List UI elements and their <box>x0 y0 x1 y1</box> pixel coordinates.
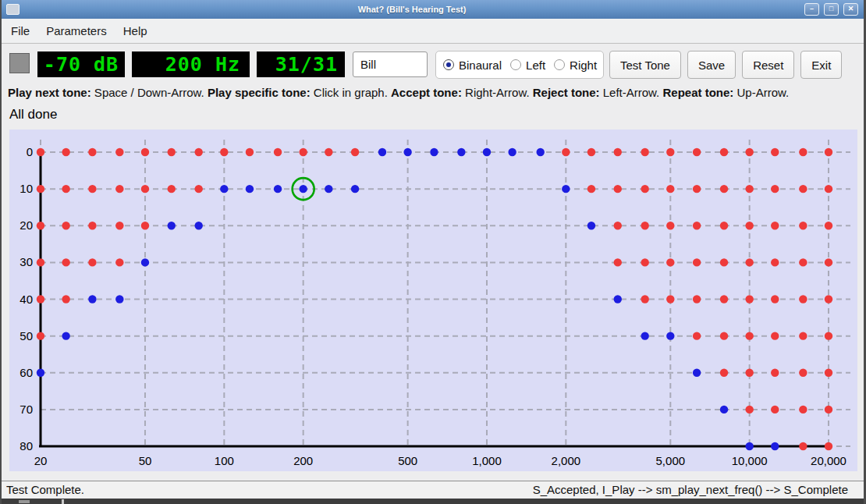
tone-dot-rejected[interactable] <box>745 185 753 193</box>
tone-dot-rejected[interactable] <box>62 258 69 266</box>
tone-dot-rejected[interactable] <box>799 332 807 339</box>
tone-dot-rejected[interactable] <box>771 148 779 156</box>
tone-dot-rejected[interactable] <box>799 258 807 266</box>
reset-button[interactable]: Reset <box>742 51 794 79</box>
tone-dot-accepted[interactable] <box>37 369 44 377</box>
tone-dot-rejected[interactable] <box>37 332 44 339</box>
menu-item-help[interactable]: Help <box>123 24 147 37</box>
exit-button[interactable]: Exit <box>800 51 842 79</box>
tone-dot-rejected[interactable] <box>720 258 728 266</box>
radio-circle-left[interactable] <box>510 59 521 70</box>
tone-dot-accepted[interactable] <box>430 148 438 156</box>
tone-dot-rejected[interactable] <box>799 295 807 303</box>
tone-dot-rejected[interactable] <box>666 185 674 193</box>
tone-dot-rejected[interactable] <box>771 295 779 303</box>
test-tone-button[interactable]: Test Tone <box>609 51 681 79</box>
tone-dot-accepted[interactable] <box>403 148 411 156</box>
tone-dot-rejected[interactable] <box>825 332 832 339</box>
tone-dot-rejected[interactable] <box>825 369 832 377</box>
tone-dot-rejected[interactable] <box>246 148 254 156</box>
tone-dot-accepted[interactable] <box>115 295 123 303</box>
tone-dot-rejected[interactable] <box>562 148 570 156</box>
tone-dot-rejected[interactable] <box>666 222 674 229</box>
tone-dot-rejected[interactable] <box>88 148 96 156</box>
tone-dot-rejected[interactable] <box>825 185 832 193</box>
tone-dot-rejected[interactable] <box>799 442 807 450</box>
tone-dot-accepted[interactable] <box>168 222 176 229</box>
tone-dot-rejected[interactable] <box>693 185 701 193</box>
tone-dot-rejected[interactable] <box>587 185 595 193</box>
tone-dot-accepted[interactable] <box>720 406 728 413</box>
tone-dot-rejected[interactable] <box>88 222 96 229</box>
tone-dot-accepted[interactable] <box>693 369 701 377</box>
tone-dot-accepted[interactable] <box>62 332 69 339</box>
audiogram-chart[interactable]: 0102030405060708020501002005001,0002,000… <box>9 130 857 471</box>
tone-dot-rejected[interactable] <box>587 148 595 156</box>
menu-item-parameters[interactable]: Parameters <box>46 24 107 37</box>
tone-dot-rejected[interactable] <box>88 258 96 266</box>
tone-dot-accepted[interactable] <box>537 148 545 156</box>
tone-dot-accepted[interactable] <box>141 258 149 266</box>
title-bar[interactable]: What? (Bill's Hearing Test) –□✕ <box>2 0 864 20</box>
tone-dot-rejected[interactable] <box>194 185 202 193</box>
tone-dot-rejected[interactable] <box>720 185 728 193</box>
save-button[interactable]: Save <box>687 51 736 79</box>
tone-dot-rejected[interactable] <box>351 148 359 156</box>
tone-dot-rejected[interactable] <box>693 222 701 229</box>
tone-dot-rejected[interactable] <box>666 148 674 156</box>
tone-dot-rejected[interactable] <box>771 222 779 229</box>
tone-dot-rejected[interactable] <box>693 148 701 156</box>
minimize-button[interactable]: – <box>804 3 819 16</box>
tone-dot-rejected[interactable] <box>825 406 832 413</box>
tone-dot-rejected[interactable] <box>745 258 753 266</box>
tone-dot-rejected[interactable] <box>641 148 648 156</box>
tone-dot-rejected[interactable] <box>141 148 149 156</box>
tone-dot-rejected[interactable] <box>799 222 807 229</box>
tone-dot-rejected[interactable] <box>194 148 202 156</box>
radio-circle-binaural[interactable] <box>443 59 454 70</box>
tone-dot-accepted[interactable] <box>745 442 753 450</box>
tone-dot-accepted[interactable] <box>483 148 491 156</box>
tone-dot-accepted[interactable] <box>299 185 307 193</box>
tone-dot-rejected[interactable] <box>771 185 779 193</box>
tone-dot-rejected[interactable] <box>720 332 728 339</box>
tone-dot-rejected[interactable] <box>666 258 674 266</box>
maximize-button[interactable]: □ <box>824 3 839 16</box>
tone-dot-rejected[interactable] <box>614 222 622 229</box>
tone-dot-accepted[interactable] <box>641 332 648 339</box>
tone-dot-rejected[interactable] <box>771 332 779 339</box>
tone-dot-accepted[interactable] <box>351 185 359 193</box>
tone-dot-rejected[interactable] <box>641 185 648 193</box>
tone-dot-accepted[interactable] <box>771 442 779 450</box>
tone-dot-rejected[interactable] <box>115 148 123 156</box>
radio-binaural[interactable]: Binaural <box>443 59 502 72</box>
close-button[interactable]: ✕ <box>843 3 858 16</box>
tone-dot-rejected[interactable] <box>641 258 648 266</box>
tone-dot-rejected[interactable] <box>799 185 807 193</box>
name-input[interactable] <box>353 51 428 77</box>
tone-dot-rejected[interactable] <box>614 185 622 193</box>
tone-dot-rejected[interactable] <box>62 185 69 193</box>
tone-dot-rejected[interactable] <box>745 369 753 377</box>
tone-dot-rejected[interactable] <box>220 148 228 156</box>
tone-dot-accepted[interactable] <box>220 185 228 193</box>
tone-dot-rejected[interactable] <box>693 332 701 339</box>
tone-dot-rejected[interactable] <box>799 406 807 413</box>
tone-dot-rejected[interactable] <box>141 222 149 229</box>
tone-dot-accepted[interactable] <box>378 148 386 156</box>
tone-dot-rejected[interactable] <box>825 222 832 229</box>
tone-dot-rejected[interactable] <box>62 295 69 303</box>
tone-dot-rejected[interactable] <box>325 148 332 156</box>
tone-dot-rejected[interactable] <box>37 295 44 303</box>
tone-dot-rejected[interactable] <box>62 148 69 156</box>
tone-dot-rejected[interactable] <box>115 222 123 229</box>
tone-dot-rejected[interactable] <box>115 185 123 193</box>
tone-dot-rejected[interactable] <box>825 148 832 156</box>
tone-dot-rejected[interactable] <box>745 295 753 303</box>
tone-dot-rejected[interactable] <box>641 295 648 303</box>
tone-dot-rejected[interactable] <box>720 222 728 229</box>
tone-dot-accepted[interactable] <box>508 148 516 156</box>
tone-dot-rejected[interactable] <box>745 332 753 339</box>
tone-dot-rejected[interactable] <box>641 222 648 229</box>
tone-dot-rejected[interactable] <box>274 148 282 156</box>
